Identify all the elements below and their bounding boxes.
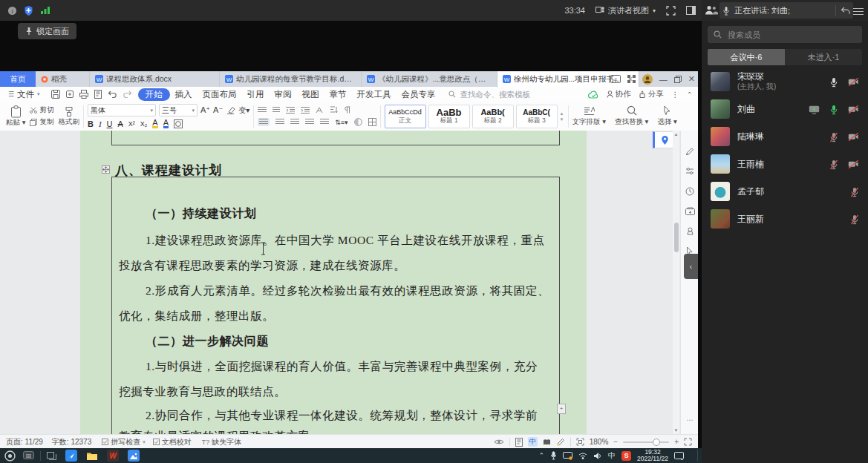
bold-button[interactable]: B <box>88 119 94 128</box>
select-button[interactable]: 选择 ▾ <box>657 105 676 127</box>
move-handle-icon[interactable] <box>102 165 110 174</box>
participant-row[interactable]: 王丽新 <box>702 206 868 233</box>
numbered-list-icon[interactable] <box>273 107 280 114</box>
zoom-out-button[interactable]: − <box>613 438 618 446</box>
distribute-icon[interactable] <box>320 119 329 125</box>
preview-icon[interactable] <box>94 90 102 99</box>
styles-down-icon[interactable]: ▼ <box>560 117 564 122</box>
page-view-icon[interactable] <box>515 438 523 447</box>
participant-row[interactable]: 王雨楠 <box>702 151 868 178</box>
camera-off-icon[interactable] <box>848 105 859 114</box>
apps-grid-icon[interactable] <box>627 75 636 83</box>
menu-page-layout[interactable]: 页面布局 <box>198 88 242 101</box>
font-color-button[interactable]: A <box>163 119 169 128</box>
menu-section[interactable]: 章节 <box>324 88 352 101</box>
highlight-color-button[interactable]: A <box>152 119 157 128</box>
increase-font-icon[interactable]: A⁺ <box>200 105 210 115</box>
tab-document[interactable]: W 幼儿园课程的每章节教学目标.docx <box>220 71 362 87</box>
lock-screen-button[interactable]: 锁定画面 <box>18 23 76 39</box>
zoom-in-button[interactable]: + <box>674 438 679 446</box>
doc-proof-toggle[interactable]: 文档校对 <box>153 437 192 447</box>
shading-icon[interactable] <box>354 118 362 126</box>
export-doc-icon[interactable] <box>681 201 698 221</box>
command-search[interactable] <box>448 89 549 99</box>
mic-on-icon[interactable] <box>829 77 838 88</box>
print-icon[interactable] <box>79 90 88 99</box>
file-menu[interactable]: ☰ 文件 ▾ <box>3 88 45 101</box>
font-name-select[interactable]: 黑体▾ <box>88 104 156 116</box>
borders-icon[interactable] <box>368 118 376 126</box>
close-window-button[interactable]: ✕ <box>688 74 695 84</box>
tray-network-icon[interactable] <box>578 452 587 459</box>
enclosed-char-icon[interactable] <box>174 119 183 128</box>
tab-document[interactable]: W 《幼儿园课程》...意思政点（改） <box>362 71 497 87</box>
style-heading1[interactable]: AaBb 标题 1 <box>428 105 470 128</box>
missing-font-button[interactable]: T? 缺失字体 <box>202 437 242 447</box>
tray-screenshare-icon[interactable] <box>563 452 572 460</box>
underline-button[interactable]: U <box>107 119 113 128</box>
participants-icon[interactable] <box>705 4 718 16</box>
avatar[interactable] <box>642 74 653 85</box>
cut-button[interactable]: 剪切 <box>30 105 53 115</box>
align-right-icon[interactable] <box>290 119 299 125</box>
meeting-app-icon[interactable] <box>65 450 77 462</box>
mic-muted-icon[interactable] <box>850 187 859 197</box>
photos-app-icon[interactable] <box>128 450 140 462</box>
fullscreen-doc-icon[interactable] <box>684 438 692 446</box>
tray-input-mode[interactable]: 中 <box>608 450 616 461</box>
search-members-box[interactable] <box>708 26 862 43</box>
table-handle[interactable]: + <box>557 404 566 414</box>
paste-button[interactable]: 粘贴 ▾ <box>6 105 25 128</box>
seal-icon[interactable] <box>681 221 698 241</box>
panel-toggle-icon[interactable] <box>686 6 696 15</box>
collaborate-button[interactable]: 协作 <box>607 89 631 99</box>
kebab-menu-icon[interactable]: ⋮ <box>671 90 680 99</box>
minimize-button[interactable]: — <box>659 75 668 84</box>
reply-arrow-icon[interactable] <box>841 7 850 15</box>
history-clock-icon[interactable] <box>681 181 698 201</box>
camera-off-icon[interactable] <box>848 160 859 169</box>
save-icon[interactable] <box>51 90 60 99</box>
participant-row[interactable]: 陆琳琳 <box>702 123 868 151</box>
file-explorer-icon[interactable] <box>86 451 98 461</box>
mic-speaking-icon[interactable] <box>829 105 838 115</box>
clear-format-icon[interactable] <box>226 106 235 114</box>
scroll-down-icon[interactable]: ▼ <box>673 428 679 433</box>
start-button[interactable] <box>4 450 16 462</box>
subscript-button[interactable]: X₂ <box>140 120 148 128</box>
menu-home[interactable]: 开始 <box>138 88 170 101</box>
input-mode-badge[interactable]: 中 <box>528 437 538 447</box>
decrease-indent-icon[interactable] <box>286 107 295 114</box>
word-count[interactable]: 字数: 12373 <box>52 437 91 447</box>
wps-app-icon[interactable]: W <box>107 450 119 462</box>
redo-icon[interactable] <box>123 91 132 98</box>
bullet-list-icon[interactable] <box>258 107 267 114</box>
show-desktop-button[interactable] <box>697 450 698 462</box>
scroll-up-icon[interactable]: ▲ <box>673 132 679 137</box>
tray-expand-icon[interactable]: ⌃ <box>539 452 545 459</box>
text-layout-button[interactable]: 文字排版 ▾ <box>572 106 606 127</box>
share-button[interactable]: 分享 <box>639 89 664 99</box>
task-view-icon[interactable] <box>47 452 56 460</box>
phonetic-guide-icon[interactable]: 变▾ <box>238 105 249 116</box>
info-icon[interactable]: i <box>7 6 17 16</box>
document-canvas[interactable]: 八、课程建设计划 + （一）持续建设计划 1.建设课程思政资源库。在中国大学 M… <box>0 131 698 434</box>
network-signal-icon[interactable] <box>40 6 50 15</box>
document-page[interactable]: 八、课程建设计划 + （一）持续建设计划 1.建设课程思政资源库。在中国大学 M… <box>80 131 587 434</box>
read-mode-icon[interactable] <box>543 439 551 446</box>
find-replace-button[interactable]: 查找替换 ▾ <box>615 105 648 127</box>
menu-references[interactable]: 引用 <box>242 88 270 101</box>
camera-off-icon[interactable] <box>848 77 859 87</box>
sogou-input-icon[interactable]: S <box>621 451 631 461</box>
fullscreen-icon[interactable] <box>666 6 676 16</box>
camera-off-icon[interactable] <box>848 132 859 142</box>
vertical-scrollbar[interactable]: ▲ ▼ <box>673 131 679 434</box>
asian-layout-icon[interactable] <box>316 107 324 114</box>
tab-not-joined[interactable]: 未进入·1 <box>785 49 862 65</box>
highlighter-pen-icon[interactable] <box>556 438 565 447</box>
increase-indent-icon[interactable] <box>301 107 310 114</box>
mic-muted-icon[interactable] <box>829 132 838 142</box>
collapse-ribbon-icon[interactable]: ⌃ <box>687 91 692 98</box>
strikethrough-button[interactable]: A <box>118 119 123 128</box>
view-mode-selector[interactable]: 演讲者视图 ▾ <box>595 5 656 16</box>
